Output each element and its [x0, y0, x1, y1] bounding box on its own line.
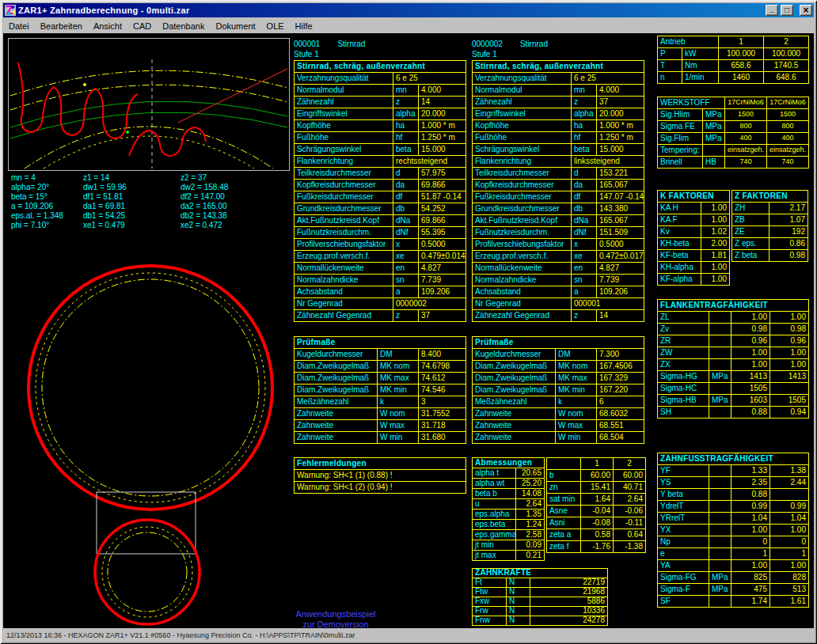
minimize-button[interactable]	[766, 5, 778, 16]
gear-parameters-col3: z2 = 37dw2 = 158.48df2 = 147.00da2 = 165…	[180, 173, 228, 230]
table-title: Antrieb	[658, 36, 718, 47]
table-cell: a	[571, 286, 596, 297]
z-faktoren-table: Z FAKTOREN ZH2.17ZB1.07ZE192Z eps.0.86Z …	[732, 190, 808, 262]
pruefmasse2-table: Prüfmaße KugeldurchmesserDM7.300Diam.Zwe…	[472, 336, 644, 444]
menu-item[interactable]: OLE	[261, 20, 290, 32]
table-cell: Nr Gegenrad	[294, 298, 393, 309]
table-row: Diam.ZweikugelmaßMK nom167.4506	[473, 360, 644, 372]
table-cell: Meßzähnezahl	[294, 396, 377, 407]
menu-item[interactable]: CAD	[127, 20, 157, 32]
table-row: Diam.ZweikugelmaßMK min167.220	[473, 384, 644, 396]
table-cell: 1.24	[515, 520, 544, 529]
parameter-line: a = 109.206	[11, 202, 63, 211]
table-cell: 0.96	[731, 335, 770, 347]
table-row: Normalmodulmn4.000	[294, 84, 466, 96]
menu-item[interactable]: Datei	[3, 20, 35, 32]
table-cell: ha	[571, 120, 596, 131]
table-cell: 147.07 -0.14	[596, 191, 644, 203]
table-row: Kv1.02	[658, 225, 729, 237]
table-cell: 8.400	[418, 349, 466, 360]
menu-item[interactable]: Bearbeiten	[35, 20, 88, 32]
table-cell: YX	[658, 525, 709, 536]
table-cell: Kv	[658, 226, 701, 237]
close-button[interactable]	[800, 5, 812, 16]
table-cell: 0.99	[731, 501, 770, 512]
table-cell: Achsabstand	[294, 286, 393, 297]
table-cell: 0.5000	[418, 239, 466, 250]
table-cell: Sigma-FG	[658, 572, 709, 583]
table-row: SF1.741.61	[658, 595, 808, 607]
table-cell: 153.221	[596, 168, 644, 179]
table-cell	[709, 525, 731, 536]
table-cell: 31.680	[418, 432, 466, 443]
tooth-profile-curve	[18, 63, 138, 138]
table-row: Eingriffswinkelalpha20.000	[294, 108, 466, 119]
table-cell: ZE	[732, 226, 769, 237]
table-cell: YF	[658, 465, 709, 476]
table-cell: 2.64	[515, 499, 544, 509]
table-cell: Grundkreisdurchmesser	[473, 203, 571, 214]
table-row: Profilverschiebungsfaktorx0.5000	[294, 238, 466, 250]
table-cell: Fußnutzkreisdurchm.	[294, 227, 393, 238]
gear2-header: 0000002 Stirnrad	[472, 40, 548, 48]
table-row: YX1.001.00	[658, 524, 808, 536]
table-cell: MK min	[555, 385, 596, 396]
table-cell	[709, 596, 731, 607]
table-row: Nr Gegenrad0000002	[294, 297, 466, 309]
table-cell: Zahnweite	[294, 420, 377, 431]
menu-item[interactable]: Datenbank	[157, 20, 210, 32]
table-row: Teilkreisdurchmesserd57.975	[294, 167, 466, 179]
table-row: Akt.Fußnutzkreisd.KopfdNa69.866	[294, 214, 466, 226]
table-cell: 6 e 25	[393, 73, 466, 84]
table-cell: Akt.Fußnutzkreisd.Kopf	[294, 215, 393, 226]
title-bar[interactable]: ZAR1+ Zahnradberechnung - 0multi.zar	[3, 3, 814, 17]
table-cell: 15.41	[580, 482, 613, 493]
table-cell: Diam.Zweikugelmaß	[473, 385, 555, 396]
table-cell: mn	[571, 85, 596, 96]
table-row: Abmessungen	[473, 458, 544, 468]
table-cell: MK nom	[555, 361, 596, 372]
table-cell: Sig.Flim	[658, 133, 702, 144]
menu-bar: DateiBearbeitenAnsichtCADDatenbankDokume…	[3, 18, 814, 33]
table-cell: YRrelT	[658, 513, 709, 524]
table-row: ZahnweiteW min31.680	[294, 431, 466, 443]
table-cell: x	[393, 239, 418, 250]
table-cell: 167.4506	[596, 361, 644, 372]
table-cell: 37	[596, 97, 644, 108]
table-cell: 5886	[530, 597, 607, 606]
table-cell: e	[658, 548, 709, 559]
wheel-root-circle	[42, 279, 259, 496]
table-row: FtwN21968	[473, 587, 607, 597]
table-row: YRrelT1.041.04	[658, 512, 808, 524]
table-cell: YdrelT	[658, 501, 709, 512]
table-cell: 1.00	[770, 347, 808, 358]
maximize-button[interactable]	[781, 5, 793, 16]
table-cell: xe	[393, 251, 418, 262]
table-cell: 40.71	[613, 482, 645, 493]
wheel-pitch-circle	[36, 273, 265, 502]
gear2-stage: Stufe 1	[472, 50, 497, 59]
table-cell: Fnw	[473, 616, 506, 625]
table-row: n1/min1460648.6	[658, 71, 808, 83]
table-cell: n	[658, 72, 682, 83]
parameter-line: db1 = 54.25	[83, 211, 127, 221]
table-cell: -0.06	[613, 506, 645, 517]
table-cell: MPa	[709, 584, 731, 595]
menu-item[interactable]: Hilfe	[290, 20, 318, 32]
table-row: Z eps.0.86	[732, 237, 808, 249]
table-cell: 100.000	[763, 48, 808, 59]
involute-arc2	[10, 112, 287, 138]
table-cell: 1.00	[731, 312, 770, 323]
zahnkraefte-table: ZAHNKRÄFTE FtN22719FtwN21968FxwN5886FrwN…	[472, 568, 608, 626]
table-row: Flankenrichtungrechtssteigend	[294, 155, 466, 167]
table-row: WERKSTOFF 17CrNiMo6 17CrNiMo6	[658, 97, 808, 108]
menu-item[interactable]: Ansicht	[88, 20, 127, 32]
table-cell: 0.64	[613, 529, 645, 540]
menu-item[interactable]: Dokument	[210, 20, 260, 32]
parameter-line: z2 = 37	[180, 173, 228, 183]
table-cell: ZB	[732, 214, 769, 225]
table-cell: 20.65	[515, 468, 544, 478]
table-cell: 7.739	[418, 275, 466, 286]
table-cell: dNf	[571, 227, 596, 238]
table-row: Normalzahndickesn7.739	[473, 274, 644, 286]
